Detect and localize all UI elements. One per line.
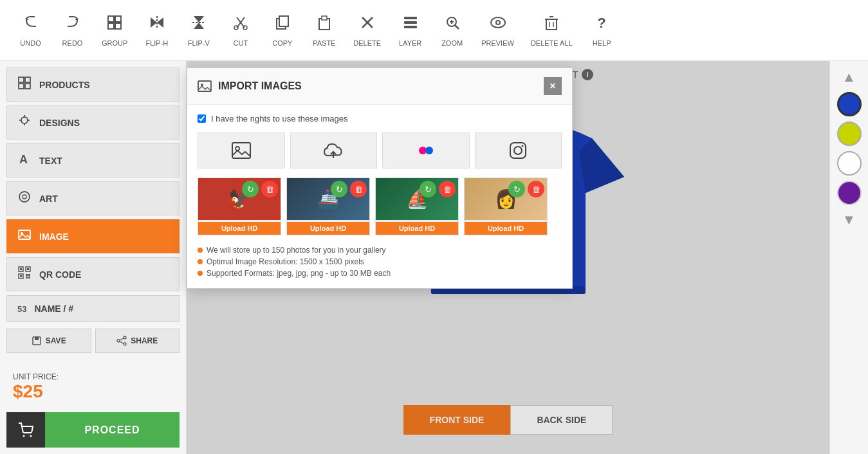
svg-rect-71	[198, 81, 211, 91]
canvas-area: MAN'S HALF SLEEVE POLO T-SHIRT i	[187, 61, 829, 454]
svg-marker-7	[194, 16, 204, 23]
svg-text:A: A	[19, 153, 28, 166]
redo-label: REDO	[62, 39, 83, 47]
modal-overlay: IMPORT IMAGES × I have the rights to use…	[187, 61, 829, 454]
thumb-delete-2[interactable]: 🗑	[350, 181, 367, 197]
unit-price-section: UNIT PRICE: $25	[6, 366, 180, 408]
products-icon	[17, 76, 32, 93]
sidebar-item-art[interactable]: ART	[6, 181, 180, 215]
svg-point-67	[23, 435, 25, 437]
help-icon: ?	[593, 14, 611, 35]
main-layout: PRODUCTS DESIGNS A TEXT	[0, 61, 868, 454]
toolbar-help[interactable]: ? HELP	[584, 11, 620, 50]
color-swatch-purple[interactable]	[837, 181, 862, 205]
color-scroll-down[interactable]: ▼	[842, 212, 856, 228]
source-tabs	[198, 132, 562, 168]
modal-body: I have the rights to use these images	[187, 105, 572, 288]
toolbar-undo[interactable]: UNDO	[13, 11, 48, 50]
toolbar-preview[interactable]: PREVIEW	[476, 11, 519, 50]
svg-rect-17	[322, 16, 327, 20]
save-label: SAVE	[46, 336, 66, 345]
color-swatch-white[interactable]	[837, 151, 862, 176]
thumb-use-2[interactable]: ↻	[331, 181, 347, 197]
toolbar-delete[interactable]: DELETE	[348, 11, 386, 50]
color-scroll-up[interactable]: ▲	[842, 69, 856, 86]
thumb-delete-1[interactable]: 🗑	[261, 181, 278, 197]
toolbar-flip-v[interactable]: FLIP-V	[181, 11, 216, 50]
svg-rect-36	[19, 77, 24, 82]
upload-hd-4[interactable]: Upload HD	[465, 222, 547, 235]
save-button[interactable]: SAVE	[6, 329, 91, 353]
source-tab-upload[interactable]	[198, 132, 285, 168]
proceed-label: PROCEED	[45, 412, 180, 448]
toolbar-group[interactable]: GROUP	[97, 11, 133, 50]
svg-rect-57	[28, 274, 30, 276]
info-text-3: Supported Formats: jpeg, jpg, png - up t…	[207, 269, 391, 278]
unit-price-value: $25	[13, 381, 173, 402]
source-tab-instagram[interactable]	[475, 132, 562, 168]
toolbar-copy[interactable]: COPY	[264, 11, 300, 50]
upload-hd-2[interactable]: Upload HD	[287, 222, 369, 235]
flip-v-icon	[190, 14, 208, 35]
color-swatch-blue[interactable]	[837, 92, 862, 116]
thumb-delete-4[interactable]: 🗑	[528, 181, 544, 197]
redo-icon	[64, 14, 82, 35]
info-item-3: Supported Formats: jpeg, jpg, png - up t…	[198, 268, 562, 279]
svg-rect-48	[19, 230, 30, 239]
source-tab-flickr[interactable]	[382, 132, 470, 168]
preview-icon	[489, 14, 507, 35]
svg-rect-61	[35, 337, 39, 340]
rights-checkbox-label: I have the rights to use these images	[211, 114, 347, 123]
image-thumb-2: 🚢 ↻ 🗑 Upload HD	[286, 177, 370, 235]
copy-icon	[273, 14, 291, 35]
toolbar-paste[interactable]: PASTE	[306, 11, 342, 50]
products-label: PRODUCTS	[39, 80, 90, 90]
thumb-use-4[interactable]: ↻	[508, 181, 525, 197]
thumb-use-3[interactable]: ↻	[420, 181, 436, 197]
copy-label: COPY	[272, 39, 292, 47]
upload-hd-3[interactable]: Upload HD	[376, 222, 458, 235]
thumb-actions-1: ↻ 🗑	[242, 181, 278, 197]
info-dot-2	[198, 259, 203, 264]
modal-close-button[interactable]: ×	[544, 77, 562, 95]
toolbar-delete-all[interactable]: DELETE ALL	[526, 11, 578, 50]
toolbar-flip-h[interactable]: FLIP-H	[139, 11, 174, 50]
image-icon	[17, 228, 32, 245]
sidebar-item-text[interactable]: A TEXT	[6, 143, 180, 177]
thumb-use-1[interactable]: ↻	[242, 181, 259, 197]
svg-marker-4	[151, 17, 157, 28]
svg-point-46	[19, 192, 30, 202]
image-thumb-3: ⛵ ↻ 🗑 Upload HD	[375, 177, 459, 235]
upload-hd-1[interactable]: Upload HD	[198, 222, 281, 235]
svg-rect-38	[19, 84, 24, 89]
toolbar-cut[interactable]: CUT	[223, 11, 258, 50]
sidebar-item-designs[interactable]: DESIGNS	[6, 105, 180, 140]
proceed-button[interactable]: PROCEED	[6, 412, 180, 448]
toolbar-redo[interactable]: REDO	[55, 11, 90, 50]
source-tab-cloud[interactable]	[290, 132, 378, 168]
svg-rect-51	[20, 268, 22, 270]
delete-all-label: DELETE ALL	[531, 39, 573, 47]
sidebar-item-products[interactable]: PRODUCTS	[6, 68, 180, 102]
toolbar-layer[interactable]: LAYER	[392, 11, 428, 50]
sidebar-item-qrcode[interactable]: QR CODE	[6, 257, 180, 291]
sidebar-item-name[interactable]: 53 NAME / #	[6, 295, 180, 322]
svg-rect-20	[404, 17, 417, 19]
thumb-delete-3[interactable]: 🗑	[439, 181, 456, 197]
sidebar: PRODUCTS DESIGNS A TEXT	[0, 61, 187, 454]
toolbar-zoom[interactable]: ZOOM	[434, 11, 470, 50]
name-label: NAME / #	[34, 304, 73, 314]
svg-rect-37	[25, 77, 30, 82]
sidebar-item-image[interactable]: IMAGE	[6, 219, 180, 253]
designs-label: DESIGNS	[39, 118, 80, 128]
info-dot-1	[198, 248, 203, 253]
share-button[interactable]: SHARE	[95, 329, 180, 353]
image-thumb-4: 👩 ↻ 🗑 Upload HD	[464, 177, 548, 235]
info-item-2: Optimal Image Resolution: 1500 x 1500 pi…	[198, 256, 562, 268]
image-grid: 🦅 ↻ 🗑 Upload HD 🚢	[198, 177, 562, 235]
color-swatch-lime[interactable]	[837, 122, 862, 146]
undo-icon	[22, 14, 40, 35]
undo-label: UNDO	[20, 39, 41, 47]
delete-label: DELETE	[353, 39, 381, 47]
rights-checkbox-input[interactable]	[198, 114, 206, 123]
